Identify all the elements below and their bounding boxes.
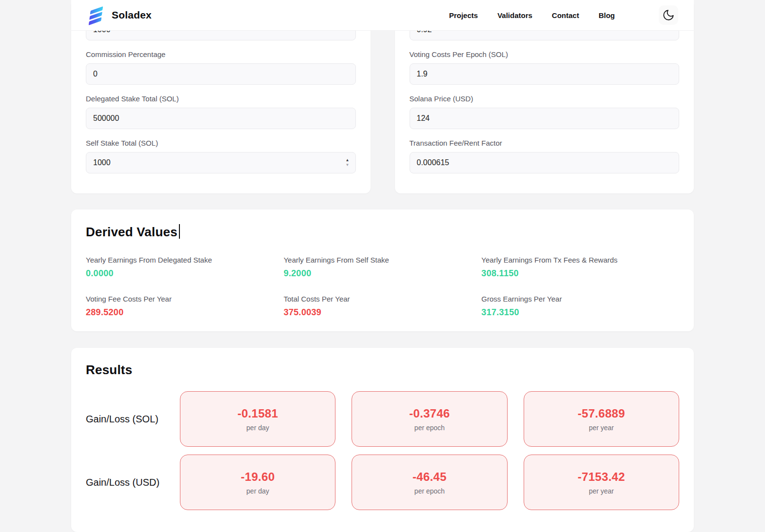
metric-label: Yearly Earnings From Delegated Stake: [86, 256, 284, 264]
field-label: Solana Price (USD): [410, 95, 680, 103]
result-box-usd-per-epoch: -46.45 per epoch: [352, 455, 507, 510]
derived-values-title: Derived Values: [86, 224, 679, 240]
result-box-usd-per-day: -19.60 per day: [180, 455, 335, 510]
theme-toggle-button[interactable]: [659, 5, 678, 25]
field-label: Transaction Fee/Rent Factor: [410, 139, 680, 147]
moon-icon: [662, 9, 675, 21]
results-grid: Gain/Loss (SOL) -0.1581 per day -0.3746 …: [86, 391, 679, 510]
metric-yearly-earnings-self-stake: Yearly Earnings From Self Stake 9.2000: [284, 256, 482, 279]
top-navigation-bar: Soladex Projects Validators Contact Blog: [71, 0, 694, 31]
brand-logo[interactable]: Soladex: [87, 8, 152, 22]
metric-value: 0.0000: [86, 268, 284, 279]
commission-percentage-field: Commission Percentage: [86, 50, 356, 85]
transaction-fee-rent-factor-input[interactable]: [410, 152, 680, 173]
metric-yearly-earnings-tx-fees-rewards: Yearly Earnings From Tx Fees & Rewards 3…: [481, 256, 679, 279]
commission-percentage-input[interactable]: [86, 63, 356, 85]
metric-label: Gross Earnings Per Year: [481, 295, 679, 303]
result-value: -7153.42: [578, 470, 625, 484]
field-label: Delegated Stake Total (SOL): [86, 95, 356, 103]
metric-label: Voting Fee Costs Per Year: [86, 295, 284, 303]
nav-item-projects[interactable]: Projects: [449, 11, 478, 19]
results-card: Results Gain/Loss (SOL) -0.1581 per day …: [71, 348, 694, 532]
metric-yearly-earnings-delegated-stake: Yearly Earnings From Delegated Stake 0.0…: [86, 256, 284, 279]
number-stepper: ▲ ▼: [346, 158, 350, 167]
metric-total-costs-per-year: Total Costs Per Year 375.0039: [284, 295, 482, 318]
result-box-sol-per-epoch: -0.3746 per epoch: [352, 391, 507, 447]
stepper-up-icon[interactable]: ▲: [346, 158, 350, 162]
metric-gross-earnings-per-year: Gross Earnings Per Year 317.3150: [481, 295, 679, 318]
voting-costs-per-epoch-input[interactable]: [410, 63, 680, 85]
brand-name: Soladex: [112, 9, 152, 21]
metric-value: 375.0039: [284, 307, 482, 318]
result-value: -0.3746: [409, 407, 450, 420]
self-stake-total-input[interactable]: [86, 152, 356, 173]
gain-loss-sol-label: Gain/Loss (SOL): [86, 414, 164, 425]
page-container: Soladex Projects Validators Contact Blog: [71, 0, 694, 532]
metric-value: 317.3150: [481, 307, 679, 318]
field-label: Commission Percentage: [86, 50, 356, 58]
result-value: -57.6889: [578, 407, 625, 420]
result-value: -19.60: [241, 470, 275, 484]
nav-item-contact[interactable]: Contact: [552, 11, 579, 19]
result-box-usd-per-year: -7153.42 per year: [524, 455, 679, 510]
metric-voting-fee-costs-per-year: Voting Fee Costs Per Year 289.5200: [86, 295, 284, 318]
gain-loss-usd-label: Gain/Loss (USD): [86, 477, 164, 488]
metric-value: 9.2000: [284, 268, 482, 279]
result-unit: per year: [589, 487, 614, 495]
field-label: Self Stake Total (SOL): [86, 139, 356, 147]
solana-price-field: Solana Price (USD): [410, 95, 680, 129]
main-nav: Projects Validators Contact Blog: [449, 5, 678, 25]
result-unit: per year: [589, 424, 614, 432]
result-unit: per day: [246, 424, 269, 432]
delegated-stake-total-input[interactable]: [86, 108, 356, 129]
transaction-fee-rent-factor-field: Transaction Fee/Rent Factor: [410, 139, 680, 173]
soladex-logo-icon: [85, 6, 107, 25]
metric-label: Yearly Earnings From Self Stake: [284, 256, 482, 264]
result-box-sol-per-year: -57.6889 per year: [524, 391, 679, 447]
metric-value: 308.1150: [481, 268, 679, 279]
result-unit: per day: [246, 487, 269, 495]
result-box-sol-per-day: -0.1581 per day: [180, 391, 335, 447]
result-value: -0.1581: [237, 407, 278, 420]
metric-value: 289.5200: [86, 307, 284, 318]
result-unit: per epoch: [414, 424, 445, 432]
nav-item-validators[interactable]: Validators: [497, 11, 532, 19]
metric-label: Yearly Earnings From Tx Fees & Rewards: [481, 256, 679, 264]
voting-costs-per-epoch-field: Voting Costs Per Epoch (SOL): [410, 50, 680, 85]
result-unit: per epoch: [414, 487, 445, 495]
stepper-down-icon[interactable]: ▼: [346, 163, 350, 167]
derived-values-card: Derived Values Yearly Earnings From Dele…: [71, 209, 694, 331]
text-cursor: [179, 224, 180, 239]
delegated-stake-total-field: Delegated Stake Total (SOL): [86, 95, 356, 129]
nav-item-blog[interactable]: Blog: [599, 11, 615, 19]
metric-label: Total Costs Per Year: [284, 295, 482, 303]
derived-values-grid: Yearly Earnings From Delegated Stake 0.0…: [86, 256, 679, 318]
self-stake-total-field: Self Stake Total (SOL) ▲ ▼: [86, 139, 356, 173]
solana-price-input[interactable]: [410, 108, 680, 129]
results-title: Results: [86, 362, 679, 378]
result-value: -46.45: [412, 470, 447, 484]
field-label: Voting Costs Per Epoch (SOL): [410, 50, 680, 58]
